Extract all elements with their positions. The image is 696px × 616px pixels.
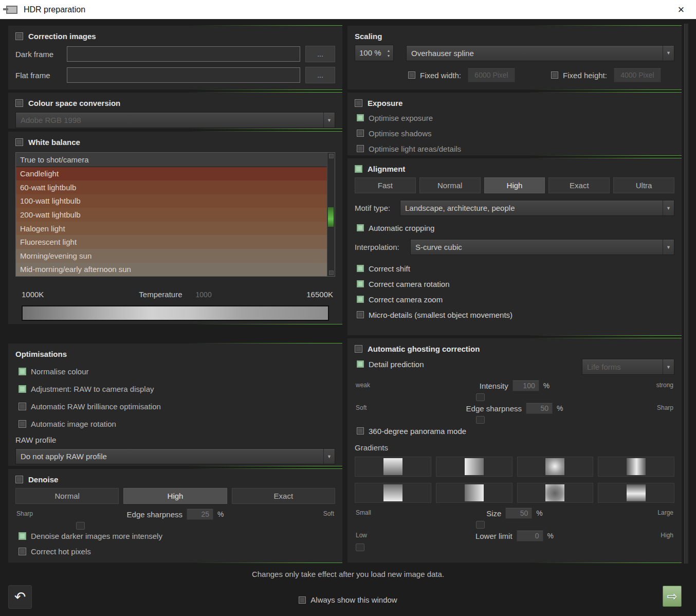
colour-space-checkbox[interactable] — [15, 99, 23, 107]
slider-value[interactable]: 25 — [187, 509, 213, 520]
denoise-mode-high[interactable]: High — [123, 488, 227, 504]
intensity-slider[interactable]: weak Intensity 100 % strong — [355, 379, 674, 402]
list-item[interactable]: Mid-morning/early afternoon sun — [16, 263, 327, 277]
scrollbar-thumb[interactable] — [328, 207, 334, 227]
white-balance-checkbox[interactable] — [15, 138, 23, 146]
slider-value[interactable]: 50 — [526, 403, 553, 414]
list-item[interactable]: 60-watt lightbulb — [16, 180, 327, 194]
correct-camera-rotation-checkbox[interactable] — [357, 280, 364, 287]
correct-camera-zoom-checkbox[interactable] — [357, 296, 364, 303]
interpolation-dropdown[interactable]: S-curve cubic ▼ — [410, 239, 674, 255]
list-item[interactable]: 100-watt lightbulb — [16, 194, 327, 208]
ghosting-edge-sharpness-slider[interactable]: Soft Edge sharpness 50 % Sharp — [355, 402, 674, 425]
dark-frame-browse-button[interactable]: ... — [305, 46, 335, 62]
slider-handle[interactable] — [76, 522, 85, 530]
flat-frame-browse-button[interactable]: ... — [305, 67, 335, 83]
dialog-scrollbar-track[interactable] — [684, 24, 688, 564]
slider-value[interactable]: 100 — [512, 380, 539, 391]
raw-profile-dropdown[interactable]: Do not apply RAW profile ▼ — [15, 448, 335, 464]
raw-to-camera-display-checkbox[interactable] — [19, 385, 26, 393]
optimise-light-areas-checkbox[interactable] — [357, 145, 364, 152]
flat-frame-input[interactable] — [67, 67, 300, 83]
temperature-slider[interactable] — [22, 305, 329, 321]
alignment-mode-fast[interactable]: Fast — [355, 177, 416, 193]
alignment-checkbox[interactable] — [355, 165, 362, 173]
exposure-checkbox[interactable] — [355, 99, 362, 107]
fixed-height-input[interactable]: 4000 Pixel — [614, 68, 661, 82]
scrollbar[interactable] — [327, 153, 335, 276]
list-item[interactable]: True to shot/camera — [16, 153, 327, 167]
ghosting-correction-checkbox[interactable] — [355, 345, 362, 353]
colour-space-dropdown[interactable]: Adobe RGB 1998 ▼ — [15, 112, 335, 128]
scaling-percent-spinner[interactable]: 100 % ▲ ▼ — [355, 45, 394, 61]
optimise-shadows-checkbox[interactable] — [357, 130, 364, 137]
confirm-button[interactable]: ⇨ — [663, 586, 682, 607]
normalise-colour-checkbox[interactable] — [19, 368, 26, 375]
denoise-checkbox[interactable] — [15, 476, 23, 483]
fixed-width-checkbox[interactable] — [408, 71, 415, 79]
undo-button[interactable]: ↶ — [8, 585, 32, 609]
automatic-cropping-checkbox[interactable] — [357, 224, 364, 231]
list-item[interactable]: Candlelight — [16, 167, 327, 181]
slider-handle[interactable] — [476, 393, 485, 401]
alignment-mode-exact[interactable]: Exact — [548, 177, 610, 193]
section-title: Exposure — [368, 99, 402, 107]
slider-value[interactable]: 0 — [517, 530, 543, 541]
gradient-tile-3[interactable] — [517, 457, 594, 477]
scroll-up-icon[interactable] — [329, 154, 334, 158]
slider-handle[interactable] — [476, 416, 485, 424]
close-icon[interactable]: × — [673, 2, 689, 17]
list-item[interactable]: 200-watt lightbulb — [16, 208, 327, 222]
gradient-tile-6[interactable] — [436, 483, 512, 503]
fixed-height-checkbox[interactable] — [551, 71, 558, 79]
gradient-tile-7[interactable] — [517, 483, 594, 503]
slider-handle[interactable] — [356, 543, 364, 551]
lower-limit-slider[interactable]: Low Lower limit 0 % High — [355, 530, 674, 552]
section-scaling: Scaling 100 % ▲ ▼ Overhauser spline ▼ Fi… — [347, 26, 682, 89]
chevron-down-icon[interactable]: ▼ — [323, 449, 335, 464]
edge-sharpness-slider[interactable]: Sharp Edge sharpness 25 % Soft — [15, 508, 335, 528]
optimise-exposure-checkbox[interactable] — [357, 114, 364, 121]
micro-details-checkbox[interactable] — [357, 311, 364, 318]
gradient-tile-8[interactable] — [598, 483, 674, 503]
correct-hot-pixels-checkbox[interactable] — [19, 548, 26, 555]
scaling-method-dropdown[interactable]: Overhauser spline ▼ — [406, 45, 674, 61]
correct-shift-checkbox[interactable] — [357, 265, 364, 272]
gradient-tile-5[interactable] — [355, 483, 431, 503]
always-show-checkbox[interactable] — [299, 596, 306, 604]
panorama-mode-checkbox[interactable] — [357, 427, 364, 434]
chevron-down-icon[interactable]: ▼ — [323, 113, 335, 128]
detail-prediction-checkbox[interactable] — [357, 360, 364, 368]
alignment-mode-ultra[interactable]: Ultra — [613, 177, 674, 193]
motif-type-value: Landscape, architecture, people — [405, 201, 515, 215]
alignment-mode-normal[interactable]: Normal — [419, 177, 481, 193]
list-item[interactable]: Morning/evening sun — [16, 249, 327, 263]
denoise-darker-checkbox[interactable] — [19, 532, 26, 540]
denoise-mode-exact[interactable]: Exact — [232, 488, 335, 504]
scroll-down-icon[interactable] — [329, 270, 334, 275]
motif-type-dropdown[interactable]: Landscape, architecture, people ▼ — [400, 200, 674, 216]
gradient-tile-4[interactable] — [598, 457, 674, 477]
fixed-width-input[interactable]: 6000 Pixel — [468, 68, 515, 82]
size-slider[interactable]: Small Size 50 % Large — [355, 507, 674, 530]
correction-images-checkbox[interactable] — [15, 32, 23, 40]
chevron-down-icon[interactable]: ▼ — [663, 46, 674, 61]
gradient-tile-2[interactable] — [436, 457, 512, 477]
dark-frame-input[interactable] — [67, 46, 300, 62]
spin-up-icon[interactable]: ▲ — [387, 49, 391, 52]
list-item[interactable]: Halogen light — [16, 222, 327, 235]
chevron-down-icon[interactable]: ▼ — [663, 359, 674, 374]
gradient-tile-1[interactable] — [355, 457, 431, 477]
chevron-down-icon[interactable]: ▼ — [663, 201, 674, 215]
denoise-mode-normal[interactable]: Normal — [15, 488, 119, 504]
slider-value[interactable]: 50 — [505, 508, 532, 519]
chevron-down-icon[interactable]: ▼ — [663, 240, 674, 255]
spin-down-icon[interactable]: ▼ — [387, 54, 391, 58]
section-exposure: Exposure Optimise exposure Optimise shad… — [347, 93, 682, 155]
alignment-mode-high[interactable]: High — [484, 177, 545, 193]
list-item[interactable]: Fluorescent light — [16, 235, 327, 249]
slider-handle[interactable] — [476, 521, 485, 529]
life-forms-dropdown[interactable]: Life forms ▼ — [582, 359, 674, 375]
auto-image-rotation-checkbox[interactable] — [19, 420, 26, 428]
raw-brilliance-checkbox[interactable] — [19, 403, 26, 410]
